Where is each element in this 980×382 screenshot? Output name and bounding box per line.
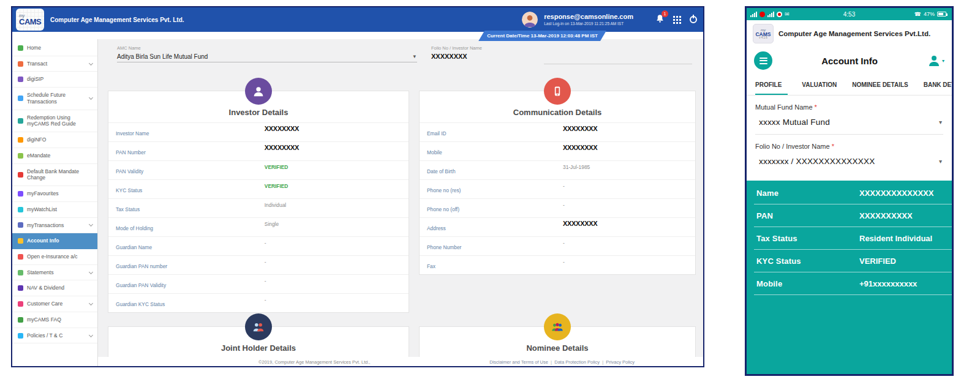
- footer-link-privacy[interactable]: Privacy Policy: [600, 359, 635, 365]
- bank-mandate-icon: [18, 172, 23, 178]
- detail-row-fax: Fax -: [420, 255, 695, 274]
- user-email: response@camsonline.com: [544, 13, 633, 21]
- folio-label: Folio No / Investor Name *: [755, 143, 943, 150]
- folio-value: XXXXXXXX: [431, 53, 467, 60]
- watchlist-icon: [18, 207, 23, 212]
- sidebar-item-myfavourites[interactable]: myFavourites: [12, 186, 97, 202]
- company-name: Computer Age Management Services Pvt.Ltd…: [778, 30, 930, 37]
- sidebar-item-open-e-insurance[interactable]: Open e-Insurance a/c: [12, 249, 97, 265]
- page-title: Account Info: [772, 56, 927, 66]
- chevron-down-icon: [89, 61, 93, 66]
- transactions-icon: [18, 222, 23, 228]
- mutual-fund-select[interactable]: xxxxx Mutual Fund ▾: [759, 118, 943, 127]
- sidebar-item-nav-dividend[interactable]: NAV & Dividend: [12, 280, 97, 296]
- current-datetime-ribbon: Current Date/Time 13-Mar-2019 12:03:48 P…: [478, 31, 606, 41]
- detail-row-phone-number: Phone Number -: [420, 236, 695, 255]
- tab-nominee-details[interactable]: NOMINEE DETAILS: [852, 79, 909, 95]
- insurance-icon: [18, 254, 23, 260]
- detail-row-phone-res: Phone no (res) -: [420, 179, 695, 198]
- sidebar-item-redemption-red-guide[interactable]: Redemption Using myCAMS Red Guide: [12, 110, 97, 132]
- nominee-icon: [544, 313, 571, 340]
- amc-select[interactable]: AMC Name Aditya Birla Sun Life Mutual Fu…: [117, 45, 417, 62]
- favourites-icon: [18, 191, 23, 197]
- mycams-mobile-screen: ✉ 4:53 ☎ 47% my CAMS v 4.1.6 Computer Ag…: [745, 6, 954, 376]
- sidebar-item-account-info[interactable]: Account Info: [12, 233, 97, 249]
- logout-power-icon[interactable]: [690, 16, 697, 23]
- main-content: AMC Name Aditya Birla Sun Life Mutual Fu…: [98, 39, 703, 367]
- mobile-statusbar: ✉ 4:53 ☎ 47%: [747, 8, 952, 20]
- sidebar-item-statements[interactable]: Statements: [12, 265, 97, 281]
- mobile-titlebar: Account Info ▾: [747, 47, 952, 74]
- notifications-button[interactable]: 1: [655, 14, 665, 26]
- detail-row-pan-validity: PAN Validity VERIFIED: [108, 160, 409, 179]
- tab-profile[interactable]: PROFILE: [755, 79, 788, 95]
- detail-row-mode-of-holding: Mode of Holding Single: [108, 217, 409, 236]
- sidebar-item-schedule-future-transactions[interactable]: Schedule Future Transactions: [12, 88, 97, 110]
- sidebar-item-customer-care[interactable]: Customer Care: [12, 296, 97, 312]
- sidebar-item-diginfo[interactable]: digiNFO: [12, 132, 97, 148]
- chevron-down-icon: ▾: [942, 58, 944, 64]
- phone-volte-icon: ☎: [914, 12, 921, 17]
- sidebar-item-mywatchlist[interactable]: myWatchList: [12, 202, 97, 218]
- faq-icon: [18, 317, 23, 323]
- folio-label: Folio No / Investor Name: [431, 45, 482, 51]
- mycams-web-window: my CAMS Computer Age Management Services…: [11, 6, 704, 367]
- chevron-down-icon: [89, 270, 93, 274]
- menu-hamburger-button[interactable]: [754, 51, 772, 70]
- copyright-text: ©2019, Computer Age Management Services …: [258, 359, 371, 365]
- footer-link-data-protection[interactable]: Data Protection Policy: [548, 359, 600, 365]
- profile-menu-button[interactable]: ▾: [927, 53, 944, 68]
- signal-bars-icon: [750, 12, 757, 17]
- sidebar-item-digisip[interactable]: digiSIP: [12, 72, 97, 88]
- jio-sim-icon: [760, 12, 765, 17]
- detail-row-tax-status: Tax Status Individual: [108, 198, 409, 217]
- detail-row-guardian-kyc-status: Guardian KYC Status -: [108, 293, 409, 312]
- sidebar-item-default-bank-mandate-change[interactable]: Default Bank Mandate Change: [12, 164, 97, 186]
- folio-input-underline[interactable]: [544, 64, 692, 64]
- detail-row-guardian-name: Guardian Name -: [108, 236, 409, 255]
- customer-care-icon: [18, 301, 23, 307]
- detail-row-email-id: Email ID XXXXXXXX: [420, 122, 695, 141]
- detail-row-phone-off: Phone no (off) -: [420, 198, 695, 217]
- folio-value: xxxxxxx / XXXXXXXXXXXXXX: [759, 157, 875, 166]
- dropdown-caret-icon: ▾: [939, 158, 942, 165]
- email-notification-icon: ✉: [785, 12, 790, 17]
- amc-value: Aditya Birla Sun Life Mutual Fund: [117, 53, 417, 60]
- person-icon: [927, 53, 941, 68]
- sidebar-item-emandate[interactable]: eMandate: [12, 148, 97, 164]
- footer-link-disclaimer[interactable]: Disclaimer and Terms of Use: [489, 359, 548, 365]
- web-header: my CAMS Computer Age Management Services…: [12, 7, 703, 32]
- web-footer: ©2019, Computer Age Management Services …: [98, 357, 703, 367]
- profile-row-tax-status: Tax Status Resident Individual: [754, 227, 952, 250]
- required-asterisk: *: [832, 143, 834, 150]
- user-avatar[interactable]: [522, 12, 538, 28]
- home-icon: [18, 45, 23, 51]
- chevron-down-icon: [89, 96, 93, 100]
- profile-row-name: Name XXXXXXXXXXXXXX: [754, 182, 952, 204]
- chevron-down-icon: [89, 222, 93, 227]
- investor-icon: [245, 78, 272, 105]
- profile-row-pan: PAN XXXXXXXXXX: [754, 204, 952, 227]
- folio-select[interactable]: xxxxxxx / XXXXXXXXXXXXXX ▾: [759, 157, 943, 166]
- sidebar-item-transact[interactable]: Transact: [12, 56, 97, 72]
- logo-version-text: v 4.1.6: [759, 37, 767, 40]
- mobile-form: Mutual Fund Name * xxxxx Mutual Fund ▾ F…: [747, 96, 952, 173]
- sidebar-item-home[interactable]: Home: [12, 40, 97, 56]
- detail-row-investor-name: Investor Name XXXXXXXX: [108, 122, 409, 141]
- profile-summary-table: Name XXXXXXXXXXXXXX PAN XXXXXXXXXX Tax S…: [747, 181, 952, 374]
- communication-icon: [544, 78, 571, 105]
- battery-icon: [937, 12, 946, 17]
- sidebar-item-mytransactions[interactable]: myTransactions: [12, 218, 97, 234]
- mobile-tabs: PROFILE VALUATION NOMINEE DETAILS BANK D…: [747, 74, 952, 96]
- sidebar-item-mycams-faq[interactable]: myCAMS FAQ: [12, 312, 97, 328]
- apps-grid-icon[interactable]: [673, 16, 675, 18]
- mycams-logo[interactable]: my CAMS: [16, 9, 44, 31]
- tab-valuation[interactable]: VALUATION: [802, 79, 838, 95]
- mycams-app-logo: my CAMS v 4.1.6: [753, 24, 774, 43]
- tab-bank-details[interactable]: BANK DETA: [924, 79, 952, 95]
- investor-details-card: Investor Details Investor Name XXXXXXXX: [108, 91, 409, 313]
- policies-icon: [18, 333, 23, 339]
- sidebar-item-policies-tc[interactable]: Policies / T & C: [12, 328, 97, 344]
- detail-row-date-of-birth: Date of Birth 31-Jul-1985: [420, 160, 695, 179]
- required-asterisk: *: [815, 103, 817, 111]
